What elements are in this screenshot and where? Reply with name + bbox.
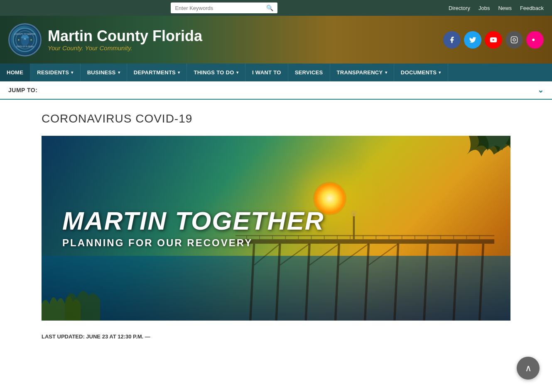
youtube-icon[interactable] xyxy=(485,31,502,49)
transparency-arrow-icon: ▾ xyxy=(385,70,387,75)
svg-text:STATE OF FLORIDA: STATE OF FLORIDA xyxy=(16,46,34,48)
search-button[interactable]: 🔍 xyxy=(262,2,277,13)
header: COUNTY OF MARTIN STATE OF FLORIDA Martin… xyxy=(0,16,552,64)
page-title: CORONAVIRUS COVID-19 xyxy=(42,112,510,125)
svg-point-10 xyxy=(532,39,535,41)
svg-rect-8 xyxy=(511,37,518,43)
facebook-icon[interactable] xyxy=(443,31,461,49)
instagram-icon[interactable] xyxy=(505,31,523,49)
logo-circle: COUNTY OF MARTIN STATE OF FLORIDA xyxy=(8,23,42,56)
nav-departments[interactable]: DEPARTMENTS ▾ xyxy=(127,64,187,81)
main-content: CORONAVIRUS COVID-19 xyxy=(0,100,552,352)
twitter-icon[interactable] xyxy=(464,31,481,49)
last-updated: LAST UPDATED: JUNE 23 AT 12:30 P.M. — xyxy=(42,333,510,340)
hero-title: MARTIN TOGETHER xyxy=(62,208,324,234)
hero-text: MARTIN TOGETHER PLANNING FOR OUR RECOVER… xyxy=(42,208,345,249)
nav-business[interactable]: BUSINESS ▾ xyxy=(81,64,127,81)
search-wrap: 🔍 xyxy=(171,2,277,13)
jump-to-chevron-icon: ⌄ xyxy=(537,86,544,95)
county-seal-svg: COUNTY OF MARTIN STATE OF FLORIDA xyxy=(12,27,37,52)
svg-point-6 xyxy=(31,39,32,40)
business-arrow-icon: ▾ xyxy=(118,70,120,75)
feedback-link[interactable]: Feedback xyxy=(520,5,544,11)
top-links: Directory Jobs News Feedback xyxy=(449,5,544,11)
nav-services[interactable]: SERVICES xyxy=(288,64,330,81)
nav-documents[interactable]: DOCUMENTS ▾ xyxy=(394,64,448,81)
search-input[interactable] xyxy=(171,3,262,13)
svg-point-11 xyxy=(535,39,538,41)
jump-to-label: JUMP TO: xyxy=(8,87,37,93)
news-link[interactable]: News xyxy=(498,5,512,11)
svg-line-29 xyxy=(368,244,398,265)
jobs-link[interactable]: Jobs xyxy=(478,5,490,11)
things-arrow-icon: ▾ xyxy=(236,70,238,75)
nav-things-to-do[interactable]: THINGS TO DO ▾ xyxy=(187,64,245,81)
residents-arrow-icon: ▾ xyxy=(71,70,73,75)
top-bar: 🔍 Directory Jobs News Feedback xyxy=(0,0,552,16)
hero-subtitle: PLANNING FOR OUR RECOVERY xyxy=(62,237,324,249)
tree-silhouettes xyxy=(427,136,510,211)
directory-link[interactable]: Directory xyxy=(449,5,470,11)
reeds-svg xyxy=(42,271,510,321)
nav-bar: HOME RESIDENTS ▾ BUSINESS ▾ DEPARTMENTS … xyxy=(0,64,552,81)
hero-image: MARTIN TOGETHER PLANNING FOR OUR RECOVER… xyxy=(42,136,510,321)
county-tagline: Your County. Your Community. xyxy=(48,44,202,51)
nav-residents[interactable]: RESIDENTS ▾ xyxy=(30,64,80,81)
svg-point-5 xyxy=(18,39,20,40)
county-name: Martin County Florida xyxy=(48,28,202,44)
nav-i-want-to[interactable]: I WANT TO xyxy=(245,64,288,81)
flickr-icon[interactable] xyxy=(526,31,544,49)
nav-home[interactable]: HOME xyxy=(0,64,30,81)
logo-inner: COUNTY OF MARTIN STATE OF FLORIDA xyxy=(10,25,39,54)
nav-transparency[interactable]: TRANSPARENCY ▾ xyxy=(330,64,394,81)
logo-wrap: COUNTY OF MARTIN STATE OF FLORIDA Martin… xyxy=(8,23,202,56)
svg-point-24 xyxy=(351,211,357,216)
logo-text-area: Martin County Florida Your County. Your … xyxy=(48,28,202,51)
departments-arrow-icon: ▾ xyxy=(178,70,180,75)
social-icons xyxy=(443,31,544,49)
documents-arrow-icon: ▾ xyxy=(439,70,441,75)
jump-to-bar[interactable]: JUMP TO: ⌄ xyxy=(0,81,552,100)
